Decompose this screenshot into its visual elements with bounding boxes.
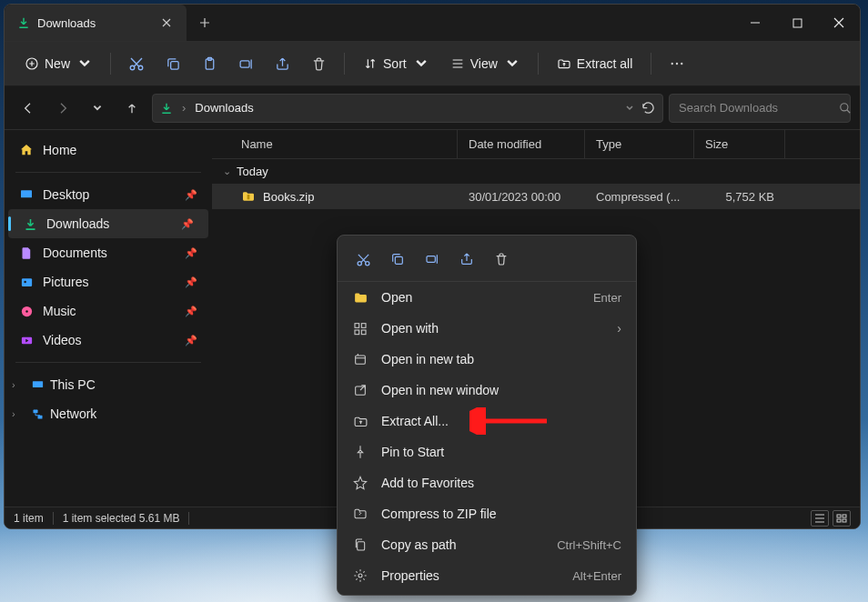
sidebar-item-downloads[interactable]: Downloads 📌 xyxy=(8,209,208,238)
svg-point-2 xyxy=(130,65,135,70)
ctx-extract-all[interactable]: Extract All... xyxy=(338,406,636,436)
sidebar-item-label: Desktop xyxy=(43,187,89,202)
ctx-properties[interactable]: Properties Alt+Enter xyxy=(338,560,636,591)
desktop-icon xyxy=(19,187,34,202)
tab-close-button[interactable] xyxy=(159,15,174,30)
sidebar-item-this-pc[interactable]: › This PC xyxy=(5,370,212,399)
new-button[interactable]: New xyxy=(15,51,101,76)
ctx-open-new-tab[interactable]: Open in new tab xyxy=(338,344,636,375)
rename-button[interactable] xyxy=(229,47,262,80)
minimize-button[interactable] xyxy=(734,5,776,41)
copy-button[interactable] xyxy=(385,246,410,272)
separator xyxy=(651,53,651,75)
cut-button[interactable] xyxy=(120,47,153,80)
refresh-button[interactable] xyxy=(641,101,655,115)
more-button[interactable] xyxy=(661,47,693,80)
extract-all-button[interactable]: Extract all xyxy=(548,51,641,76)
ctx-compress-zip[interactable]: Compress to ZIP file xyxy=(338,498,636,529)
ctx-open-new-window[interactable]: Open in new window xyxy=(338,375,636,406)
file-row[interactable]: Books.zip 30/01/2023 00:00 Compressed (.… xyxy=(212,184,860,209)
view-button[interactable]: View xyxy=(441,51,529,76)
delete-button[interactable] xyxy=(302,47,335,80)
status-count: 1 item xyxy=(14,512,44,525)
column-date[interactable]: Date modified xyxy=(458,130,585,158)
delete-button[interactable] xyxy=(489,246,514,272)
cut-button[interactable] xyxy=(350,246,376,272)
details-view-button[interactable] xyxy=(811,510,829,527)
copy-path-icon xyxy=(352,537,368,553)
documents-icon xyxy=(19,246,34,260)
ctx-add-favorites[interactable]: Add to Favorites xyxy=(338,467,636,498)
svg-rect-21 xyxy=(247,195,250,199)
separator xyxy=(110,53,111,75)
download-icon xyxy=(23,216,37,231)
share-button[interactable] xyxy=(266,47,298,80)
search-box[interactable] xyxy=(669,94,851,123)
ctx-label: Add to Favorites xyxy=(381,476,621,490)
close-button[interactable] xyxy=(818,5,860,41)
forward-button[interactable] xyxy=(48,94,77,123)
ctx-pin-to-start[interactable]: Pin to Start xyxy=(338,436,636,467)
svg-rect-7 xyxy=(240,60,249,66)
chevron-right-icon[interactable]: › xyxy=(12,408,25,419)
svg-point-11 xyxy=(841,103,848,110)
svg-rect-34 xyxy=(356,356,366,364)
pin-icon xyxy=(352,444,368,460)
recent-button[interactable] xyxy=(83,94,112,123)
download-icon xyxy=(17,16,30,29)
ctx-open-with[interactable]: Open with › xyxy=(338,313,636,344)
separator xyxy=(188,512,189,525)
svg-rect-23 xyxy=(843,515,846,517)
breadcrumb-item[interactable]: Downloads xyxy=(195,101,253,115)
search-input[interactable] xyxy=(679,101,832,115)
pin-icon: 📌 xyxy=(185,189,197,201)
new-tab-button[interactable] xyxy=(187,5,223,41)
up-button[interactable] xyxy=(117,94,146,123)
share-button[interactable] xyxy=(454,246,479,272)
separator xyxy=(344,53,345,75)
sidebar-item-network[interactable]: › Network xyxy=(5,399,212,428)
maximize-button[interactable] xyxy=(776,5,818,41)
sidebar-item-music[interactable]: Music 📌 xyxy=(5,296,212,326)
svg-point-10 xyxy=(681,63,682,65)
separator xyxy=(15,172,201,173)
back-button[interactable] xyxy=(14,94,43,123)
ctx-shortcut: Enter xyxy=(593,291,621,305)
sidebar-item-label: Music xyxy=(43,304,76,318)
separator xyxy=(538,53,539,75)
file-type: Compressed (... xyxy=(596,190,680,204)
ctx-copy-as-path[interactable]: Copy as path Ctrl+Shift+C xyxy=(338,529,636,560)
paste-button[interactable] xyxy=(193,47,226,80)
sidebar-item-videos[interactable]: Videos 📌 xyxy=(5,326,212,355)
thumbnails-view-button[interactable] xyxy=(833,510,851,527)
svg-rect-12 xyxy=(21,190,32,197)
svg-rect-4 xyxy=(170,61,178,69)
tab-downloads[interactable]: Downloads xyxy=(5,5,187,41)
sidebar-item-label: Network xyxy=(50,406,96,421)
chevron-right-icon[interactable]: › xyxy=(12,379,25,390)
sidebar-home[interactable]: Home xyxy=(5,135,212,165)
ctx-label: Open with xyxy=(381,321,604,336)
ctx-shortcut: Ctrl+Shift+C xyxy=(557,538,621,552)
ctx-open[interactable]: Open Enter xyxy=(338,282,636,313)
column-size[interactable]: Size xyxy=(694,130,785,158)
column-type[interactable]: Type xyxy=(585,130,694,158)
sidebar-item-pictures[interactable]: Pictures 📌 xyxy=(5,267,212,296)
pc-icon xyxy=(30,377,45,392)
sidebar-item-desktop[interactable]: Desktop 📌 xyxy=(5,180,212,209)
address-bar[interactable]: › Downloads xyxy=(152,94,663,123)
rename-button[interactable] xyxy=(419,246,445,272)
copy-button[interactable] xyxy=(156,47,189,80)
group-header-today[interactable]: ⌄ Today xyxy=(212,159,860,184)
svg-rect-36 xyxy=(358,542,365,550)
chevron-right-icon: › xyxy=(617,321,621,336)
svg-rect-25 xyxy=(843,519,846,522)
chevron-down-icon: ⌄ xyxy=(223,166,231,177)
zip-icon xyxy=(352,506,368,522)
sidebar-item-documents[interactable]: Documents 📌 xyxy=(5,238,212,267)
pin-icon: 📌 xyxy=(181,218,194,230)
svg-point-3 xyxy=(138,65,143,70)
chevron-down-icon[interactable] xyxy=(625,104,634,113)
sort-button[interactable]: Sort xyxy=(354,51,438,76)
column-name[interactable]: Name xyxy=(230,130,458,158)
